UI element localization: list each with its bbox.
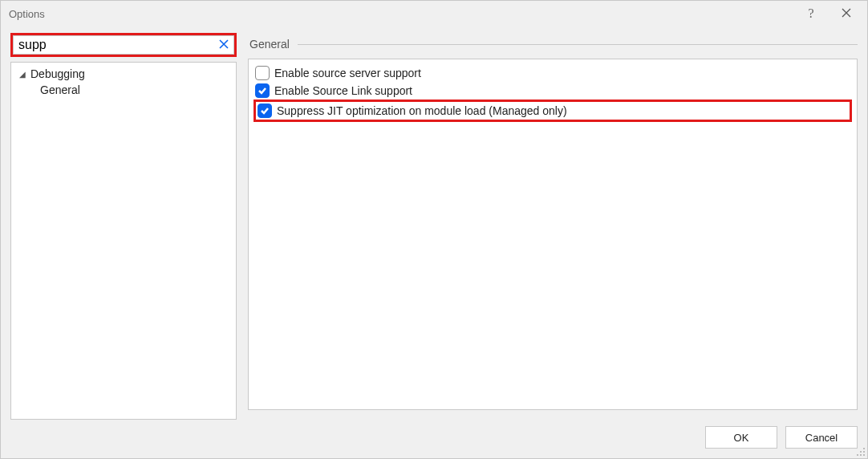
header-divider (298, 44, 858, 45)
category-tree[interactable]: ◢ Debugging General (10, 62, 237, 420)
dialog-footer: OK Cancel (1, 420, 867, 458)
option-label: Enable Source Link support (274, 84, 412, 97)
help-button[interactable]: ? (793, 2, 829, 26)
tree-node-debugging[interactable]: ◢ Debugging (16, 66, 231, 82)
option-label: Enable source server support (274, 67, 421, 79)
option-row-enable-source-server[interactable]: Enable source server support (254, 64, 852, 82)
svg-point-2 (863, 451, 865, 453)
svg-point-3 (857, 454, 858, 456)
option-row-suppress-jit[interactable]: Suppress JIT optimization on module load… (254, 100, 852, 122)
cancel-button[interactable]: Cancel (785, 426, 858, 449)
search-input[interactable] (14, 36, 214, 54)
help-icon: ? (808, 6, 813, 21)
expand-icon: ◢ (19, 70, 29, 79)
checkbox-checked-icon[interactable] (255, 83, 270, 98)
resize-grip-icon[interactable] (854, 445, 866, 457)
clear-search-button[interactable] (214, 39, 233, 51)
option-label: Suppress JIT optimization on module load… (277, 104, 567, 117)
sidebar: ◢ Debugging General (10, 33, 237, 420)
content-header-label: General (249, 38, 298, 51)
titlebar-controls: ? (793, 2, 864, 26)
search-field-wrap (13, 35, 234, 55)
content-header: General (248, 33, 858, 55)
tree-node-general[interactable]: General (16, 82, 231, 98)
dialog-body: ◢ Debugging General General Enable sourc… (1, 26, 867, 420)
checkbox-unchecked-icon[interactable] (255, 66, 270, 80)
checkbox-checked-icon[interactable] (258, 104, 272, 118)
close-button[interactable] (829, 2, 864, 26)
options-dialog: Options ? (0, 0, 868, 459)
svg-point-4 (860, 454, 862, 456)
search-highlight-box (10, 33, 237, 57)
tree-node-label: Debugging (30, 67, 85, 80)
clear-icon (219, 39, 229, 49)
tree-node-label: General (40, 83, 80, 96)
ok-button[interactable]: OK (705, 426, 777, 449)
content-area: General Enable source server support Ena… (248, 33, 858, 420)
close-icon (842, 8, 851, 20)
option-row-enable-source-link[interactable]: Enable Source Link support (254, 82, 852, 100)
svg-point-5 (863, 454, 865, 456)
svg-point-0 (863, 448, 865, 449)
options-panel: Enable source server support Enable Sour… (248, 59, 858, 410)
svg-point-1 (860, 451, 862, 453)
titlebar: Options ? (1, 1, 867, 26)
dialog-title: Options (9, 8, 45, 20)
